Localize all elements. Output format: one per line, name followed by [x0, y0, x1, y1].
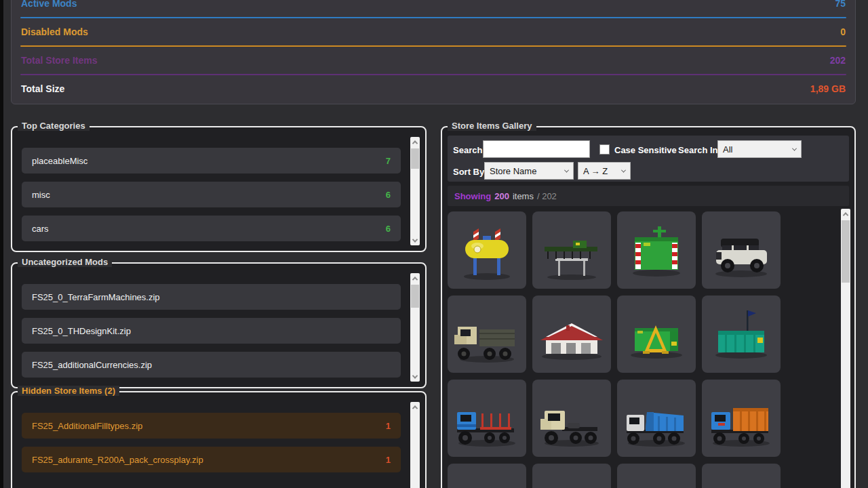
category-name: misc [32, 190, 50, 200]
store-items-gallery-groupbox: Store Items Gallery Search Case Sensitiv… [441, 126, 856, 488]
mod-row[interactable]: FS25_additionalCurrencies.zip [22, 352, 401, 378]
sort-direction-dropdown[interactable]: A → Z [578, 162, 631, 180]
gallery-item-empty[interactable] [617, 464, 696, 488]
gallery-grid [448, 211, 781, 488]
stat-row-disabled-mods: Disabled Mods 0 [12, 18, 855, 45]
active-mods-value: 75 [835, 0, 846, 9]
scroll-down-icon[interactable] [410, 235, 420, 245]
gallery-item-empty[interactable] [702, 464, 781, 488]
mod-row[interactable]: FS25_0_TerraFarmMachines.zip [22, 284, 401, 310]
scroll-up-icon[interactable] [410, 273, 420, 283]
top-categories-scrollbar[interactable] [410, 137, 420, 245]
hidden-item-row[interactable]: FS25_AdditionalFilltypes.zip 1 [22, 413, 401, 439]
gallery-scrollbar[interactable] [841, 209, 850, 488]
total-store-items-value: 202 [830, 55, 846, 66]
hidden-item-row[interactable]: FS25_adurante_R200A_pack_crossplay.zip 1 [22, 447, 401, 472]
disabled-mods-value: 0 [840, 26, 846, 37]
disabled-mods-label: Disabled Mods [21, 26, 88, 37]
category-row[interactable]: misc 6 [22, 182, 401, 207]
top-categories-list: placeableMisc 7 misc 6 cars 6 [22, 148, 401, 241]
showing-total: / 202 [537, 191, 557, 201]
chevron-down-icon [792, 146, 797, 150]
mod-row[interactable]: FS25_0_THDesignKit.zip [22, 318, 401, 344]
hidden-item-count: 1 [386, 455, 391, 465]
category-count: 7 [386, 156, 391, 166]
category-row[interactable]: cars 6 [22, 216, 401, 241]
beige-truck-thumbnail [532, 380, 611, 457]
scrollbar-thumb[interactable] [411, 148, 419, 169]
green-weight-block-thumbnail [617, 211, 696, 289]
screen-left-edge [0, 0, 3, 488]
case-sensitive-checkbox[interactable] [599, 144, 610, 155]
sort-by-selected-value: Store Name [490, 166, 536, 176]
gallery-item-white-suv[interactable] [702, 211, 781, 289]
showing-word: Showing [454, 191, 491, 201]
gallery-item-green-weight-block[interactable] [617, 211, 696, 289]
category-row[interactable]: placeableMisc 7 [22, 148, 401, 174]
scroll-up-icon[interactable] [410, 137, 420, 147]
gallery-item-blue-truck-orange-bed[interactable] [702, 380, 781, 457]
case-sensitive-label: Case Sensitive [614, 145, 677, 155]
gallery-item-beige-truck[interactable] [532, 380, 611, 457]
green-container-triangle-thumbnail [617, 296, 696, 373]
gallery-item-tan-military-truck[interactable] [448, 296, 526, 373]
scroll-up-icon[interactable] [410, 402, 420, 412]
hidden-item-filename: FS25_AdditionalFilltypes.zip [32, 421, 142, 431]
category-name: placeableMisc [32, 156, 87, 166]
gallery-toolbar: Search Case Sensitive Search In All Sort… [448, 136, 849, 182]
stat-row-active-mods: Active Mods 75 [12, 0, 855, 17]
gallery-item-green-container-warning-triangle[interactable] [617, 296, 696, 373]
tan-military-truck-thumbnail [448, 296, 526, 373]
category-name: cars [32, 224, 49, 234]
gallery-item-green-cultivator[interactable] [532, 211, 611, 289]
top-categories-groupbox: Top Categories placeableMisc 7 misc 6 ca… [11, 126, 427, 252]
category-count: 6 [386, 224, 391, 234]
gallery-item-yellow-field-sprayer[interactable] [448, 211, 526, 289]
hidden-item-filename: FS25_adurante_R200A_pack_crossplay.zip [32, 455, 203, 465]
gallery-item-blue-dump-truck[interactable] [617, 380, 696, 457]
scrollbar-thumb[interactable] [842, 220, 850, 283]
scrollbar-thumb[interactable] [411, 285, 419, 308]
hidden-items-scrollbar[interactable] [410, 402, 420, 488]
gallery-item-farm-building-red-roof[interactable] [532, 296, 611, 373]
sort-by-dropdown[interactable]: Store Name [484, 162, 574, 180]
uncategorized-mods-groupbox: Uncategorized Mods FS25_0_TerraFarmMachi… [11, 262, 427, 388]
mod-filename: FS25_0_TerraFarmMachines.zip [32, 292, 160, 302]
mod-filename: FS25_additionalCurrencies.zip [32, 360, 152, 370]
sort-by-label: Sort By [453, 167, 484, 177]
gallery-item-teal-dumpster[interactable] [702, 296, 781, 373]
search-label: Search [453, 145, 482, 155]
farm-building-thumbnail [532, 296, 611, 373]
showing-items-word: items [513, 191, 534, 201]
total-size-value: 1,89 GB [810, 83, 846, 94]
total-size-label: Total Size [21, 83, 64, 94]
search-in-dropdown[interactable]: All [717, 140, 802, 158]
search-input[interactable] [483, 140, 590, 158]
hidden-store-items-list: FS25_AdditionalFilltypes.zip 1 FS25_adur… [22, 413, 401, 472]
chevron-down-icon [564, 167, 569, 172]
stat-row-total-size: Total Size 1,89 GB [12, 75, 855, 102]
sort-direction-selected-value: A → Z [583, 166, 608, 176]
showing-count: 200 [494, 191, 509, 201]
hidden-store-items-title: Hidden Store Items (2) [18, 386, 119, 396]
uncategorized-scrollbar[interactable] [410, 273, 420, 382]
scroll-down-icon[interactable] [410, 371, 420, 382]
search-in-label: Search In [678, 145, 718, 155]
hidden-item-count: 1 [386, 421, 391, 431]
stats-panel: Active Mods 75 Disabled Mods 0 Total Sto… [11, 0, 856, 104]
stat-row-total-store-items: Total Store Items 202 [12, 47, 855, 74]
teal-dumpster-thumbnail [702, 296, 781, 373]
uncategorized-mods-list: FS25_0_TerraFarmMachines.zip FS25_0_THDe… [22, 284, 401, 378]
active-mods-label: Active Mods [21, 0, 77, 9]
uncategorized-mods-title: Uncategorized Mods [18, 257, 112, 267]
scroll-up-icon[interactable] [841, 209, 850, 219]
chevron-down-icon [621, 167, 626, 172]
hidden-store-items-groupbox: Hidden Store Items (2) FS25_AdditionalFi… [11, 391, 427, 488]
gallery-item-empty[interactable] [448, 464, 526, 488]
showing-status-bar: Showing 200 items / 202 [448, 186, 849, 206]
gallery-item-empty[interactable] [532, 464, 611, 488]
gallery-item-blue-timber-truck[interactable] [448, 380, 526, 457]
top-categories-title: Top Categories [18, 121, 90, 131]
blue-truck-orange-bed-thumbnail [702, 380, 781, 457]
search-in-selected-value: All [723, 144, 732, 155]
